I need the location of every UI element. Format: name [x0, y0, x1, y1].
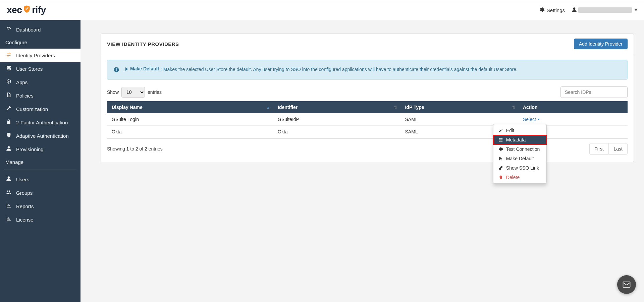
col-action: Action: [518, 101, 628, 113]
user-alt-icon: [5, 146, 12, 153]
col-display-name[interactable]: Display Name▲: [107, 101, 273, 113]
sidebar-label: Reports: [16, 203, 34, 209]
logo: xec rify: [7, 5, 46, 16]
sidebar-label: Adaptive Authentication: [16, 133, 69, 139]
trash-icon: [498, 175, 503, 180]
settings-link[interactable]: Settings: [539, 7, 565, 13]
dropdown-item-make-default[interactable]: Make Default: [493, 154, 546, 163]
user-icon: [5, 176, 12, 183]
gear-icon: [539, 7, 545, 13]
sidebar: Dashboard Configure Identity Providers U…: [0, 20, 80, 302]
edit-icon: [498, 128, 503, 133]
sidebar-item-customization[interactable]: Customization: [0, 102, 80, 116]
sidebar-label: Identity Providers: [16, 53, 55, 58]
sidebar-section-configure: Configure: [0, 36, 80, 49]
info-body: Makes the selected User Store the defaul…: [163, 67, 518, 72]
sidebar-item-2fa[interactable]: 2-Factor Authentication: [0, 116, 80, 129]
pagination-last[interactable]: Last: [609, 143, 628, 155]
sidebar-section-manage: Manage: [0, 156, 80, 168]
table-row: GSuite Login GSuiteIdP SAML Select: [107, 113, 628, 126]
dropdown-item-show-sso[interactable]: Show SSO Link: [493, 163, 546, 173]
sidebar-item-license[interactable]: License: [0, 213, 80, 226]
dashboard-icon: [5, 26, 12, 33]
action-dropdown-menu: Edit Metadata Test Connect: [493, 124, 547, 184]
col-identifier[interactable]: Identifier⇅: [273, 101, 400, 113]
search-input[interactable]: [560, 86, 628, 98]
page-title: VIEW IDENTITY PROVIDERS: [107, 41, 179, 47]
chart-icon: [5, 203, 12, 209]
pagination: First Last: [589, 143, 628, 155]
cell-display-name: GSuite Login: [107, 113, 273, 126]
sidebar-item-adaptive[interactable]: Adaptive Authentication: [0, 129, 80, 142]
show-entries: Show 10 entries: [107, 87, 162, 98]
sidebar-label: Customization: [16, 106, 48, 112]
info-text: Make Default : Makes the selected User S…: [125, 65, 518, 73]
sidebar-item-groups[interactable]: Groups: [0, 186, 80, 199]
idp-table: Display Name▲ Identifier⇅ IdP Type⇅ Acti…: [107, 101, 628, 138]
list-icon: [498, 137, 503, 142]
sidebar-item-reports[interactable]: Reports: [0, 199, 80, 213]
dropdown-item-edit[interactable]: Edit: [493, 126, 546, 135]
dropdown-label: Delete: [506, 175, 520, 180]
cell-display-name: Okta: [107, 126, 273, 138]
sidebar-item-user-stores[interactable]: User Stores: [0, 62, 80, 75]
sort-asc-icon: ▲: [266, 106, 270, 109]
action-select-dropdown[interactable]: Select Edit: [523, 117, 540, 122]
sidebar-label: Policies: [16, 93, 34, 99]
info-alert: Make Default : Makes the selected User S…: [107, 60, 628, 80]
user-email: [578, 7, 632, 13]
logo-text-post: rify: [32, 5, 46, 15]
users-icon: [5, 189, 12, 196]
dropdown-label: Metadata: [506, 137, 526, 142]
top-bar: xec rify Settings: [0, 0, 644, 20]
pointer-icon: [498, 156, 503, 161]
dropdown-label: Make Default: [506, 156, 534, 161]
sidebar-item-users[interactable]: Users: [0, 173, 80, 186]
sidebar-label: Users: [16, 177, 29, 182]
mail-icon: [622, 280, 631, 289]
entries-label: entries: [148, 89, 162, 95]
dropdown-item-delete[interactable]: Delete: [493, 173, 546, 182]
sidebar-label: 2-Factor Authentication: [16, 120, 68, 125]
sidebar-item-dashboard[interactable]: Dashboard: [0, 23, 80, 36]
sidebar-item-apps[interactable]: Apps: [0, 75, 80, 89]
cell-action: Select Edit: [518, 113, 628, 126]
svg-rect-1: [116, 69, 117, 71]
link-icon: [498, 166, 503, 170]
svg-rect-3: [623, 282, 630, 287]
shield-icon: [22, 5, 31, 16]
dropdown-label: Edit: [506, 128, 514, 133]
sidebar-item-identity-providers[interactable]: Identity Providers: [0, 49, 80, 62]
sidebar-label: User Stores: [16, 66, 43, 72]
cell-identifier: GSuiteIdP: [273, 113, 400, 126]
main-content: VIEW IDENTITY PROVIDERS Add Identity Pro…: [80, 20, 644, 302]
info-bold: Make Default :: [130, 65, 162, 72]
svg-rect-2: [116, 68, 117, 69]
dropdown-item-metadata[interactable]: Metadata: [493, 135, 546, 144]
add-identity-provider-button[interactable]: Add Identity Provider: [574, 39, 628, 49]
table-footer: Showing 1 to 2 of 2 entries First Last: [107, 143, 628, 155]
dropdown-item-test-connection[interactable]: Test Connection: [493, 144, 546, 154]
sidebar-label: Dashboard: [16, 27, 41, 33]
sort-icon: ⇅: [512, 106, 515, 109]
chevron-down-icon: [635, 9, 637, 11]
show-label: Show: [107, 89, 119, 95]
sidebar-item-policies[interactable]: Policies: [0, 89, 80, 102]
cell-identifier: Okta: [273, 126, 400, 138]
table-row: Okta Okta SAML: [107, 126, 628, 138]
col-idp-type[interactable]: IdP Type⇅: [400, 101, 518, 113]
dropdown-label: Show SSO Link: [506, 165, 539, 171]
sidebar-item-provisioning[interactable]: Provisioning: [0, 142, 80, 156]
pagination-first[interactable]: First: [589, 143, 608, 155]
select-label: Select: [523, 117, 536, 122]
lock-icon: [5, 119, 12, 126]
logo-text-pre: xec: [7, 5, 22, 15]
exchange-icon: [5, 52, 12, 59]
page-size-select[interactable]: 10: [121, 87, 145, 98]
panel-header: VIEW IDENTITY PROVIDERS Add Identity Pro…: [101, 34, 634, 54]
sidebar-label: Provisioning: [16, 146, 44, 152]
user-menu[interactable]: [572, 7, 637, 13]
database-icon: [5, 65, 12, 72]
mail-fab[interactable]: [617, 275, 636, 294]
dropdown-label: Test Connection: [506, 146, 540, 152]
